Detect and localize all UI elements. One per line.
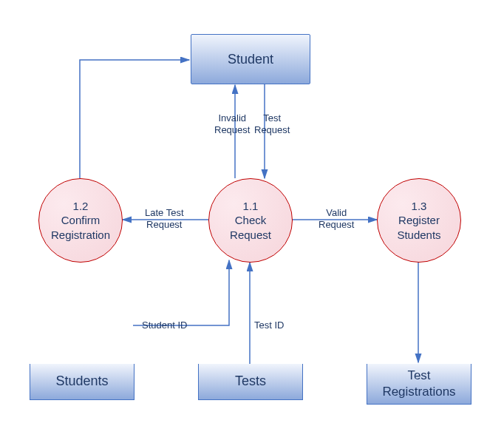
process-check-request-name: Check Request bbox=[230, 213, 271, 242]
store-students: Students bbox=[30, 364, 134, 400]
store-test-registrations: Test Registrations bbox=[367, 364, 471, 405]
process-register-students: 1.3 Register Students bbox=[377, 178, 461, 263]
process-confirm-registration: 1.2 Confirm Registration bbox=[38, 178, 123, 263]
store-tests-label: Tests bbox=[235, 373, 266, 390]
process-register-students-name: Register Students bbox=[397, 213, 440, 242]
flow-invalid-request-label: Invalid Request bbox=[214, 112, 250, 137]
flow-student-id-arrow bbox=[133, 260, 229, 325]
entity-student: Student bbox=[191, 34, 310, 84]
process-confirm-registration-name: Confirm Registration bbox=[51, 213, 110, 242]
process-check-request: 1.1 Check Request bbox=[208, 178, 293, 263]
store-test-registrations-label: Test Registrations bbox=[382, 368, 455, 400]
process-check-request-id: 1.1 bbox=[230, 199, 271, 214]
store-students-label: Students bbox=[55, 373, 108, 390]
entity-student-label: Student bbox=[228, 52, 273, 67]
process-confirm-registration-id: 1.2 bbox=[51, 199, 110, 214]
flow-test-id-label: Test ID bbox=[254, 320, 284, 331]
flow-late-test-request-label: Late Test Request bbox=[145, 207, 184, 231]
store-tests: Tests bbox=[198, 364, 303, 400]
process-register-students-id: 1.3 bbox=[397, 199, 440, 214]
flow-student-id-label: Student ID bbox=[142, 320, 187, 331]
flow-test-request-label: Test Request bbox=[254, 112, 290, 137]
flow-confirm-to-student-arrow bbox=[80, 60, 189, 178]
flow-valid-request-label: Valid Request bbox=[319, 207, 354, 231]
